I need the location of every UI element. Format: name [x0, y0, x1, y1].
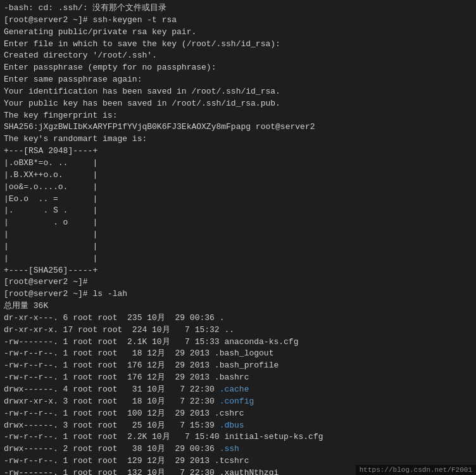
line-29: -rw-------. 1 root root 2.1K 10月 7 15:33…: [4, 336, 472, 349]
line-cache: drwx------. 4 root root 31 10月 7 22:30 .…: [4, 384, 472, 396]
line-27: dr-xr-x---. 6 root root 235 10月 29 00:36…: [4, 312, 472, 324]
line-31: -rw-r--r--. 1 root root 176 12月 29 2013 …: [4, 360, 472, 372]
line-cache-prefix: drwx------. 4 root root 31 10月 7 22:30: [4, 385, 220, 394]
line-8: Your identification has been saved in /r…: [4, 86, 472, 98]
bottom-bar: https://blog.csdn.net/F2001: [356, 465, 476, 475]
line-23: +----[SHA256]-----+: [4, 265, 472, 277]
line-13: +---[RSA 2048]----+: [4, 145, 472, 157]
line-11: SHA256:jXgzBWLIbKxARYFP1fYVjqB0K6FJ3EkAO…: [4, 121, 472, 133]
line-30: -rw-r--r--. 1 root root 18 12月 29 2013 .…: [4, 348, 472, 360]
line-10: The key fingerprint is:: [4, 110, 472, 122]
line-20: | |: [4, 229, 472, 241]
line-16: |oo&=.o....o. |: [4, 182, 472, 194]
line-28: dr-xr-xr-x. 17 root root 224 10月 7 15:32…: [4, 324, 472, 336]
line-17: |Eo.o .. = |: [4, 194, 472, 206]
line-25: [root@server2 ~]# ls -lah: [4, 288, 472, 300]
line-35: -rw-r--r--. 1 root root 100 12月 29 2013 …: [4, 408, 472, 420]
line-dbus-prefix: drwx------. 3 root root 25 10月 7 15:39: [4, 421, 220, 430]
line-12: The key's randomart image is:: [4, 133, 472, 145]
line-18: |. . S . |: [4, 205, 472, 217]
line-19: | . o |: [4, 217, 472, 229]
terminal: -bash: cd: .ssh/: 没有那个文件或目录 [root@server…: [0, 0, 476, 475]
line-4: Enter file in which to save the key (/ro…: [4, 39, 472, 51]
ssh-dir: .ssh: [220, 444, 239, 453]
line-config-prefix: drwxr-xr-x. 3 root root 18 10月 7 22:30: [4, 397, 220, 406]
line-7: Enter same passphrase again:: [4, 74, 472, 86]
line-config: drwxr-xr-x. 3 root root 18 10月 7 22:30 .…: [4, 396, 472, 408]
config-dir: .config: [220, 397, 254, 406]
line-26: 总用量 36K: [4, 300, 472, 312]
bottom-bar-text: https://blog.csdn.net/F2001: [360, 466, 472, 474]
line-3: Generating public/private rsa key pair.: [4, 27, 472, 39]
line-21: | |: [4, 241, 472, 253]
line-ssh-prefix: drwx------. 2 root root 38 10月 29 00:36: [4, 444, 220, 453]
line-32: -rw-r--r--. 1 root root 176 12月 29 2013 …: [4, 372, 472, 384]
cache-dir: .cache: [220, 385, 249, 394]
line-2: [root@server2 ~]# ssh-keygen -t rsa: [4, 15, 472, 27]
line-1: -bash: cd: .ssh/: 没有那个文件或目录: [4, 3, 472, 15]
line-24: [root@server2 ~]#: [4, 276, 472, 288]
line-dbus: drwx------. 3 root root 25 10月 7 15:39 .…: [4, 420, 472, 432]
line-9: Your public key has been saved in /root/…: [4, 98, 472, 110]
line-22: | |: [4, 253, 472, 265]
line-5: Created directory '/root/.ssh'.: [4, 50, 472, 62]
line-ssh: drwx------. 2 root root 38 10月 29 00:36 …: [4, 443, 472, 455]
line-15: |.B.XX++o.o. |: [4, 170, 472, 182]
line-14: |.oBXB*=o. .. |: [4, 157, 472, 170]
line-6: Enter passphrase (empty for no passphras…: [4, 62, 472, 74]
line-37: -rw-r--r--. 1 root root 2.2K 10月 7 15:40…: [4, 431, 472, 443]
dbus-dir: .dbus: [220, 421, 244, 430]
